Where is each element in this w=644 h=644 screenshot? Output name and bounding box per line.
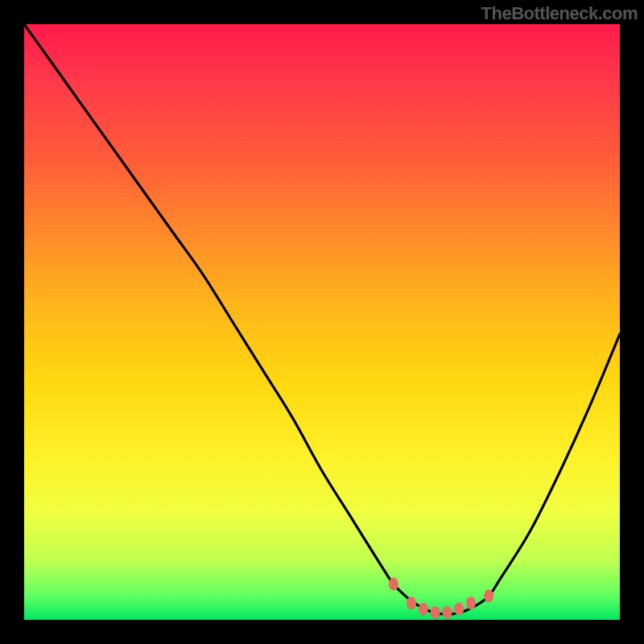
curve-marker [466,597,476,609]
curve-marker [431,606,440,619]
curve-marker [454,603,464,616]
curve-marker [389,578,398,591]
bottleneck-curve [24,24,620,614]
curve-marker [484,589,493,602]
curve-marker [419,603,428,616]
chart-svg [24,24,620,620]
watermark: TheBottleneck.com [481,3,638,24]
curve-marker [407,597,416,609]
curve-marker [442,606,452,619]
